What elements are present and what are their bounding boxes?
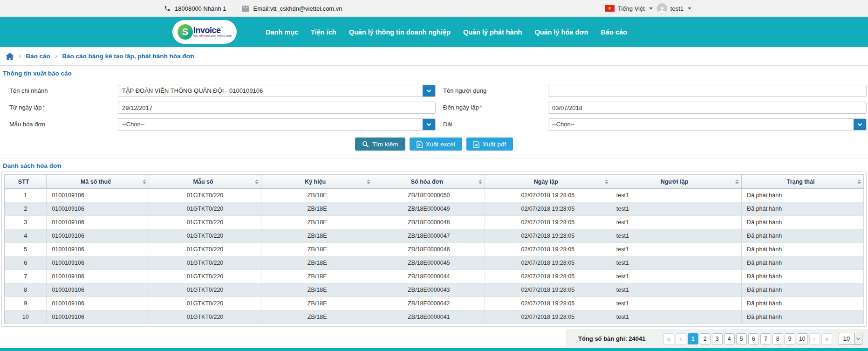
- range-select[interactable]: --Chọn--: [548, 118, 867, 131]
- table-cell: Đã phát hành: [742, 310, 864, 324]
- user-menu[interactable]: test1: [657, 3, 691, 14]
- page-button[interactable]: 9: [785, 333, 795, 344]
- nav-item[interactable]: Quản lý thông tin doanh nghiệp: [349, 28, 451, 36]
- table-cell: 1: [5, 189, 47, 202]
- table-header-cell[interactable]: Trạng thái: [742, 175, 864, 189]
- username-input[interactable]: [548, 85, 867, 97]
- chevron-down-icon: [858, 122, 862, 126]
- table-cell: 10: [5, 310, 47, 324]
- range-select-value: --Chọn--: [548, 119, 854, 130]
- from-date-label: Từ ngày lập*: [9, 102, 118, 114]
- table-cell: ZB/18E: [261, 256, 373, 270]
- table-cell: 02/07/2018 19:28:05: [485, 202, 611, 216]
- table-cell: 6: [5, 256, 47, 270]
- report-form: Tên chi nhánh TẬP ĐOÀN VIỄN THÔNG QUÂN Đ…: [0, 85, 867, 131]
- table-cell: test1: [611, 310, 741, 324]
- branch-select[interactable]: TẬP ĐOÀN VIỄN THÔNG QUÂN ĐỘI - 010010910…: [118, 85, 436, 97]
- table-header-cell[interactable]: Số hóa đơn: [373, 175, 485, 189]
- table-row: 7 0100109106 01GTKT0/220 ZB/18E ZB/18E00…: [5, 270, 864, 283]
- last-page-button[interactable]: »: [821, 333, 832, 344]
- table-cell: 7: [5, 270, 47, 283]
- table-cell: 02/07/2018 19:28:05: [485, 256, 611, 270]
- table-cell: 0100109106: [47, 229, 149, 243]
- email-icon: [242, 6, 249, 12]
- table-row: 5 0100109106 01GTKT0/220 ZB/18E ZB/18E00…: [5, 243, 864, 256]
- nav-item[interactable]: Quản lý hóa đơn: [534, 28, 588, 36]
- export-excel-button[interactable]: x Xuất excel: [410, 138, 462, 151]
- dropdown-button[interactable]: [854, 119, 866, 130]
- table-cell: 01GTKT0/220: [149, 189, 261, 202]
- page-button[interactable]: 8: [772, 333, 783, 344]
- page-button[interactable]: 3: [712, 333, 723, 344]
- page-size-select[interactable]: 10: [839, 333, 862, 345]
- page-button[interactable]: 10: [797, 333, 808, 344]
- to-date-label: Đến ngày lập*: [436, 102, 548, 114]
- page-button[interactable]: 2: [700, 333, 711, 344]
- logo[interactable]: S Invoice” GIẢI PHÁP HÓA ĐƠN THÔNG MINH: [172, 20, 237, 44]
- table-row: 10 0100109106 01GTKT0/220 ZB/18E ZB/18E0…: [5, 310, 864, 324]
- table-cell: ZB/18E0000045: [373, 256, 485, 270]
- prev-page-button[interactable]: ‹: [676, 333, 686, 344]
- bottom-accent-strip: [0, 348, 868, 351]
- excel-file-icon: x: [417, 141, 423, 148]
- export-pdf-button[interactable]: Xuất pdf: [466, 138, 513, 151]
- first-page-button[interactable]: «: [663, 333, 674, 344]
- nav-item[interactable]: Quản lý phát hành: [463, 28, 522, 36]
- list-section-title: Danh sách hóa đơn: [3, 162, 62, 169]
- table-cell: ZB/18E: [261, 297, 373, 310]
- table-cell: 01GTKT0/220: [149, 243, 261, 256]
- nav-item[interactable]: Danh mục: [266, 28, 298, 36]
- language-selector[interactable]: ★ Tiếng Việt: [605, 5, 653, 12]
- to-date-input[interactable]: [548, 102, 867, 114]
- next-page-button[interactable]: ›: [809, 333, 820, 344]
- table-cell: test1: [611, 256, 741, 270]
- nav-item[interactable]: Tiện ích: [311, 28, 336, 36]
- from-date-input[interactable]: [118, 102, 436, 114]
- logo-tagline: GIẢI PHÁP HÓA ĐƠN THÔNG MINH: [193, 35, 232, 38]
- table-cell: ZB/18E0000049: [373, 202, 485, 216]
- vietnam-flag-icon: ★: [605, 5, 615, 12]
- table-row: 3 0100109106 01GTKT0/220 ZB/18E ZB/18E00…: [5, 216, 864, 229]
- breadcrumb-item-bao-cao[interactable]: Báo cáo: [26, 53, 50, 60]
- contact-info: 18008000 Nhánh 1 Email:vtt_cskhdn@viette…: [164, 0, 342, 17]
- table-cell: Đã phát hành: [742, 243, 864, 256]
- template-label: Mẫu hóa đơn: [9, 118, 118, 131]
- table-cell: 01GTKT0/220: [149, 297, 261, 310]
- nav-item[interactable]: Báo cáo: [601, 28, 627, 36]
- table-header-cell[interactable]: STT: [5, 175, 47, 189]
- table-cell: 0100109106: [47, 270, 149, 283]
- table-cell: test1: [611, 216, 741, 229]
- page-button[interactable]: 4: [724, 333, 735, 344]
- table-cell: 0100109106: [47, 256, 149, 270]
- avatar-icon: [657, 3, 667, 14]
- invoice-table-panel: STT Mã số thuế Mẫu số Ký hiệu: [1, 172, 867, 327]
- table-cell: ZB/18E0000041: [373, 310, 485, 324]
- table-cell: 01GTKT0/220: [149, 216, 261, 229]
- sort-icon: [143, 179, 146, 184]
- table-cell: 02/07/2018 19:28:05: [485, 189, 611, 202]
- table-cell: 0100109106: [47, 283, 149, 297]
- table-cell: 0100109106: [47, 243, 149, 256]
- page-button[interactable]: 6: [748, 333, 759, 344]
- page-button[interactable]: 1: [688, 333, 698, 344]
- page-button[interactable]: 7: [760, 333, 771, 344]
- required-asterisk: *: [480, 104, 482, 111]
- page-button[interactable]: 5: [736, 333, 747, 344]
- search-icon: [362, 141, 369, 148]
- topbar: 18008000 Nhánh 1 Email:vtt_cskhdn@viette…: [0, 0, 868, 17]
- table-cell: 0100109106: [47, 216, 149, 229]
- template-select[interactable]: --Chọn--: [118, 118, 436, 131]
- table-header-cell[interactable]: Mã số thuế: [47, 175, 149, 189]
- section-divider: [0, 158, 868, 158]
- table-header-cell[interactable]: Người lập: [611, 175, 741, 189]
- home-icon[interactable]: [6, 53, 14, 60]
- table-header-cell[interactable]: Mẫu số: [149, 175, 261, 189]
- email-text: Email:vtt_cskhdn@viettel.com.vn: [253, 5, 342, 12]
- dropdown-button[interactable]: [423, 119, 435, 130]
- dropdown-button[interactable]: [423, 85, 435, 96]
- table-cell: ZB/18E0000042: [373, 297, 485, 310]
- table-header-cell[interactable]: Ký hiệu: [261, 175, 373, 189]
- table-header-cell[interactable]: Ngày lập: [485, 175, 611, 189]
- search-button[interactable]: Tìm kiếm: [355, 138, 405, 151]
- chevron-down-icon: [688, 7, 691, 10]
